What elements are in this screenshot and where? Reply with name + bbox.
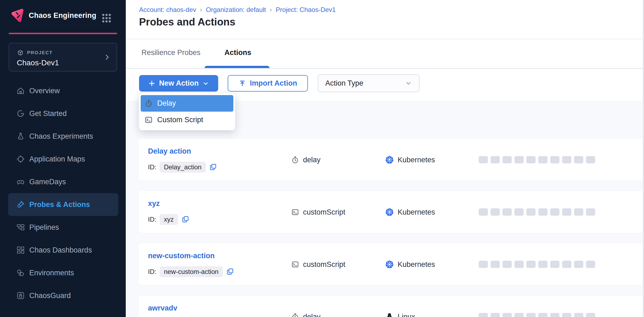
execution-result-placeholder xyxy=(479,156,488,163)
action-type-cell: customScript xyxy=(291,257,345,272)
execution-result-placeholder xyxy=(479,208,488,216)
kubernetes-icon xyxy=(385,260,394,269)
action-name-link[interactable]: new-custom-action xyxy=(148,252,215,260)
breadcrumb: Account: chaos-dev › Organization: defau… xyxy=(139,6,336,14)
execution-result-placeholder xyxy=(503,313,512,317)
execution-result-placeholder xyxy=(538,261,548,268)
brand-divider xyxy=(9,33,117,34)
app-title: Chaos Engineering xyxy=(29,11,96,20)
import-action-button[interactable]: Import Action xyxy=(228,75,308,92)
copy-icon[interactable] xyxy=(209,163,217,171)
breadcrumb-project-link[interactable]: Project: Chaos-Dev1 xyxy=(276,6,336,14)
sidebar-nav: Overview Get Started Chaos Experiments xyxy=(0,79,126,307)
copy-icon[interactable] xyxy=(181,215,189,224)
progress-circle-icon xyxy=(16,109,25,118)
execution-result-placeholder xyxy=(574,261,583,268)
execution-result-placeholder xyxy=(550,261,559,268)
execution-result-placeholder xyxy=(586,208,595,216)
sidebar-item-probes-and-actions[interactable]: Probes & Actions xyxy=(8,193,118,216)
infrastructure-cell: Linux xyxy=(385,309,415,317)
execution-result-placeholder xyxy=(538,208,548,216)
sidebar-item-chaos-dashboards[interactable]: Chaos Dashboards xyxy=(8,239,118,261)
sidebar-item-application-maps[interactable]: Application Maps xyxy=(8,148,118,170)
chevron-down-icon xyxy=(202,80,209,87)
action-id-value: new-custom-action xyxy=(160,266,223,277)
action-id: ID: new-custom-action xyxy=(148,266,234,278)
table-row: Delay action ID: Delay_action delay Kube… xyxy=(138,138,644,181)
action-name-link[interactable]: xyz xyxy=(148,199,160,208)
execution-result-placeholder xyxy=(538,313,548,317)
kubernetes-icon xyxy=(385,208,394,216)
sidebar-item-chaosguard[interactable]: ChaosGuard xyxy=(8,284,118,307)
infrastructure-cell: Kubernetes xyxy=(385,257,435,272)
sidebar-item-pipelines[interactable]: Pipelines xyxy=(8,216,118,239)
dashboard-grid-icon xyxy=(16,246,25,254)
infrastructure-cell: Kubernetes xyxy=(385,205,435,219)
tab-resilience-probes[interactable]: Resilience Probes xyxy=(141,48,201,57)
new-action-button[interactable]: New Action xyxy=(139,75,218,92)
action-name-link[interactable]: awrvadv xyxy=(148,304,177,312)
breadcrumb-separator-icon: › xyxy=(196,6,206,14)
sidebar-item-overview[interactable]: Overview xyxy=(8,79,118,102)
menu-item-delay[interactable]: Delay xyxy=(141,95,233,112)
project-name: Chaos-Dev1 xyxy=(17,59,59,67)
target-icon xyxy=(16,155,25,163)
execution-result-placeholder xyxy=(514,208,524,216)
sidebar-item-get-started[interactable]: Get Started xyxy=(8,102,118,125)
execution-result-placeholder xyxy=(550,156,559,163)
flask-icon xyxy=(16,132,25,141)
page-title: Probes and Actions xyxy=(139,16,235,28)
execution-result-placeholder xyxy=(479,313,488,317)
execution-result-placeholder xyxy=(526,156,536,163)
execution-result-placeholder xyxy=(526,313,536,317)
tab-bar: Resilience Probes Actions xyxy=(126,39,644,69)
upload-icon xyxy=(239,80,246,87)
menu-item-custom-script[interactable]: Custom Script xyxy=(141,112,233,128)
stopwatch-icon xyxy=(144,99,153,108)
copy-icon[interactable] xyxy=(226,268,234,276)
recent-execution-results xyxy=(479,313,595,317)
hexagons-icon xyxy=(16,269,25,277)
gamepad-icon xyxy=(16,177,25,186)
infrastructure-cell: Kubernetes xyxy=(385,153,435,167)
action-name-link[interactable]: Delay action xyxy=(148,147,191,156)
execution-result-placeholder xyxy=(586,261,595,268)
sidebar-item-environments[interactable]: Environments xyxy=(8,261,118,284)
execution-result-placeholder xyxy=(491,156,500,163)
sidebar: Chaos Engineering PROJECT Chaos-Dev1 xyxy=(0,0,126,317)
project-selector[interactable]: PROJECT Chaos-Dev1 xyxy=(9,43,117,72)
sidebar-item-gamedays[interactable]: GameDays xyxy=(8,170,118,193)
execution-result-placeholder xyxy=(574,156,583,163)
execution-result-placeholder xyxy=(562,156,571,163)
execution-result-placeholder xyxy=(503,156,512,163)
breadcrumb-organization-link[interactable]: Organization: default xyxy=(206,6,266,14)
execution-result-placeholder xyxy=(491,313,500,317)
page-header: Account: chaos-dev › Organization: defau… xyxy=(126,0,644,39)
table-row: awrvadv delay Linux xyxy=(138,295,644,317)
breadcrumb-account-link[interactable]: Account: chaos-dev xyxy=(139,6,196,14)
sidebar-item-chaos-experiments[interactable]: Chaos Experiments xyxy=(8,125,118,148)
execution-result-placeholder xyxy=(550,313,559,317)
execution-result-placeholder xyxy=(574,313,583,317)
recent-execution-results xyxy=(479,156,595,163)
vertical-scrollbar[interactable] xyxy=(643,0,644,317)
execution-result-placeholder xyxy=(562,261,571,268)
execution-result-placeholder xyxy=(526,208,536,216)
execution-result-placeholder xyxy=(586,156,595,163)
test-tube-icon xyxy=(16,200,25,209)
action-id: ID: xyz xyxy=(148,214,189,225)
action-id-value: Delay_action xyxy=(160,162,206,173)
kubernetes-icon xyxy=(385,156,394,164)
brand-header: Chaos Engineering xyxy=(0,0,126,33)
app-switcher-grid-icon[interactable] xyxy=(102,14,111,23)
stopwatch-icon xyxy=(291,156,299,164)
terminal-icon xyxy=(144,116,153,124)
action-id: ID: Delay_action xyxy=(148,161,217,173)
plus-icon xyxy=(148,80,155,87)
execution-result-placeholder xyxy=(491,208,500,216)
tab-actions[interactable]: Actions xyxy=(224,48,251,57)
action-type-cell: delay xyxy=(291,309,321,317)
action-type-filter[interactable]: Action Type xyxy=(318,74,420,92)
cube-icon xyxy=(17,49,24,56)
execution-result-placeholder xyxy=(491,261,500,268)
